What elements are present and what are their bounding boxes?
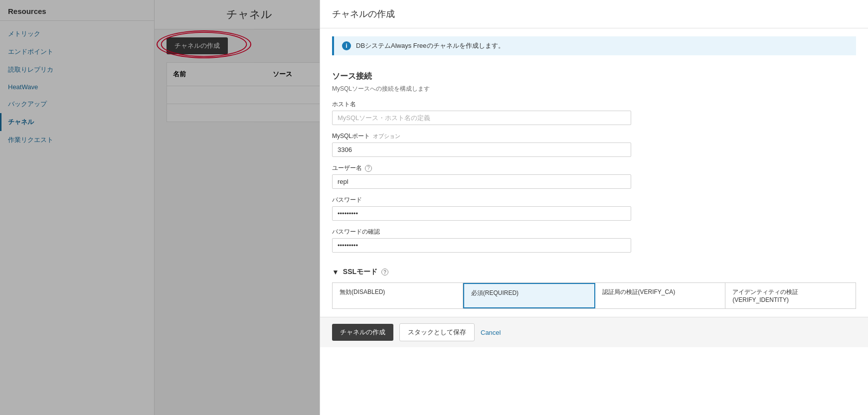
password-confirm-label: パスワードの確認 bbox=[332, 228, 856, 236]
port-label: MySQLポート オプション bbox=[332, 132, 856, 140]
cancel-button[interactable]: Cancel bbox=[481, 329, 501, 336]
source-section-desc: MySQLソースへの接続を構成します bbox=[332, 85, 856, 93]
ssl-help-icon[interactable]: ? bbox=[381, 269, 388, 276]
modal-panel: チャネルの作成 i DBシステムAlways Freeのチャネルを作成します。 … bbox=[320, 0, 868, 415]
hostname-input[interactable] bbox=[332, 111, 631, 125]
info-icon: i bbox=[342, 41, 351, 50]
source-section-title: ソース接続 bbox=[332, 71, 856, 82]
modal-footer: チャネルの作成 スタックとして保存 Cancel bbox=[320, 317, 868, 347]
modal-title: チャネルの作成 bbox=[320, 0, 868, 28]
username-input[interactable] bbox=[332, 174, 631, 189]
port-group: MySQLポート オプション bbox=[332, 132, 856, 157]
ssl-option-disabled[interactable]: 無効(DISABLED) bbox=[333, 283, 463, 308]
password-input[interactable] bbox=[332, 206, 631, 221]
source-section: ソース接続 MySQLソースへの接続を構成します ホスト名 MySQLポート オ… bbox=[320, 63, 868, 260]
username-label: ユーザー名 ? bbox=[332, 164, 856, 172]
password-label: パスワード bbox=[332, 196, 856, 204]
hostname-label: ホスト名 bbox=[332, 100, 856, 109]
hostname-group: ホスト名 bbox=[332, 100, 856, 125]
password-confirm-group: パスワードの確認 bbox=[332, 228, 856, 253]
username-group: ユーザー名 ? bbox=[332, 164, 856, 189]
password-group: パスワード bbox=[332, 196, 856, 221]
chevron-down-icon: ▼ bbox=[332, 268, 339, 276]
save-as-stack-button[interactable]: スタックとして保存 bbox=[399, 323, 475, 341]
ssl-option-verify-ca[interactable]: 認証局の検証(VERIFY_CA) bbox=[595, 283, 726, 308]
info-banner: i DBシステムAlways Freeのチャネルを作成します。 bbox=[332, 36, 856, 55]
ssl-option-verify-identity[interactable]: アイデンティティの検証(VERIFY_IDENTITY) bbox=[725, 283, 856, 308]
port-optional-label: オプション bbox=[373, 133, 400, 140]
port-input[interactable] bbox=[332, 142, 631, 157]
info-text: DBシステムAlways Freeのチャネルを作成します。 bbox=[356, 41, 505, 50]
ssl-label: SSLモード bbox=[343, 268, 377, 277]
create-channel-submit-button[interactable]: チャネルの作成 bbox=[332, 324, 393, 341]
modal-overlay: チャネルの作成 i DBシステムAlways Freeのチャネルを作成します。 … bbox=[0, 0, 868, 415]
ssl-section: ▼ SSLモード ? 無効(DISABLED) 必須(REQUIRED) 認証局… bbox=[332, 268, 856, 309]
username-help-icon[interactable]: ? bbox=[365, 165, 372, 172]
ssl-options: 無効(DISABLED) 必須(REQUIRED) 認証局の検証(VERIFY_… bbox=[332, 282, 856, 309]
ssl-section-header[interactable]: ▼ SSLモード ? bbox=[332, 268, 856, 277]
password-confirm-input[interactable] bbox=[332, 238, 631, 253]
ssl-option-required[interactable]: 必須(REQUIRED) bbox=[463, 283, 595, 308]
